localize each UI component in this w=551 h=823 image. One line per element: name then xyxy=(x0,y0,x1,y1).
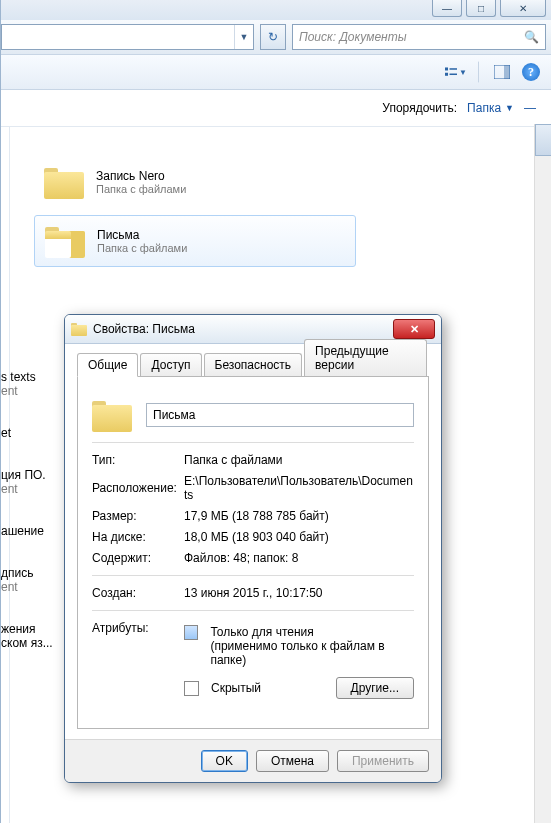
chevron-down-icon: ▼ xyxy=(505,103,514,113)
svg-rect-0 xyxy=(445,67,448,70)
window-titlebar: — □ ✕ xyxy=(1,0,551,20)
command-bar: Упорядочить: Папка ▼ — xyxy=(1,90,551,127)
size-on-disk-label: На диске: xyxy=(92,530,184,544)
svg-rect-5 xyxy=(504,65,510,79)
maximize-button[interactable]: □ xyxy=(466,0,496,17)
dialog-close-button[interactable]: ✕ xyxy=(393,319,435,339)
size-label: Размер: xyxy=(92,509,184,523)
folder-name-input[interactable] xyxy=(146,403,414,427)
cancel-button[interactable]: Отмена xyxy=(256,750,329,772)
minimize-button[interactable]: — xyxy=(432,0,462,17)
svg-rect-3 xyxy=(450,74,458,76)
search-icon: 🔍 xyxy=(524,30,539,44)
toolbar-separator xyxy=(478,61,480,83)
size-value: 17,9 МБ (18 788 785 байт) xyxy=(184,509,414,523)
hidden-label: Скрытый xyxy=(211,681,261,695)
item-type: Папка с файлами xyxy=(97,242,187,254)
preview-pane-button[interactable] xyxy=(490,60,514,84)
svg-rect-2 xyxy=(445,73,448,76)
readonly-checkbox[interactable] xyxy=(184,625,198,640)
folder-icon xyxy=(45,224,85,258)
name-row xyxy=(92,398,414,432)
created-value: 13 июня 2015 г., 10:17:50 xyxy=(184,586,414,600)
hidden-checkbox[interactable] xyxy=(184,681,199,696)
attributes-label: Атрибуты: xyxy=(92,621,184,635)
scrollbar-thumb[interactable] xyxy=(535,124,551,156)
location-value: E:\Пользователи\Пользователь\Documents xyxy=(184,474,414,502)
tab-panel-general: Тип:Папка с файлами Расположение:E:\Поль… xyxy=(77,377,429,729)
ok-button[interactable]: OK xyxy=(201,750,248,772)
dash-label: — xyxy=(524,101,536,115)
folder-item-selected[interactable]: Письма Папка с файлами xyxy=(34,215,356,267)
contains-value: Файлов: 48; папок: 8 xyxy=(184,551,414,565)
toolbar: ▼ ? xyxy=(1,55,551,90)
view-options-button[interactable]: ▼ xyxy=(444,60,468,84)
dialog-body: Общие Доступ Безопасность Предыдущие вер… xyxy=(65,344,441,739)
tab-previous-versions[interactable]: Предыдущие версии xyxy=(304,339,427,376)
divider xyxy=(92,442,414,443)
refresh-button[interactable]: ↻ xyxy=(260,24,286,50)
attributes-group: Только для чтения (применимо только к фа… xyxy=(184,621,414,703)
truncated-left-text: s texts ent et ция ПО. ent ашение дпись … xyxy=(1,370,53,650)
other-attributes-button[interactable]: Другие... xyxy=(336,677,414,699)
tab-security[interactable]: Безопасность xyxy=(204,353,303,376)
item-name: Письма xyxy=(97,228,187,242)
item-type: Папка с файлами xyxy=(96,183,186,195)
search-placeholder: Поиск: Документы xyxy=(299,30,407,44)
readonly-label: Только для чтения (применимо только к фа… xyxy=(210,625,414,667)
divider xyxy=(92,610,414,611)
dialog-title: Свойства: Письма xyxy=(93,322,195,336)
refresh-icon: ↻ xyxy=(268,30,278,44)
folder-item[interactable]: Запись Nero Папка с файлами xyxy=(34,157,354,207)
folder-menu[interactable]: Папка ▼ xyxy=(467,101,514,115)
folder-icon xyxy=(71,322,87,336)
svg-rect-1 xyxy=(450,68,458,70)
address-dropdown-icon[interactable]: ▼ xyxy=(234,25,253,49)
contains-label: Содержит: xyxy=(92,551,184,565)
type-value: Папка с файлами xyxy=(184,453,414,467)
created-label: Создан: xyxy=(92,586,184,600)
dialog-footer: OK Отмена Применить xyxy=(65,739,441,782)
close-button[interactable]: ✕ xyxy=(500,0,546,17)
tab-strip: Общие Доступ Безопасность Предыдущие вер… xyxy=(77,352,429,377)
properties-dialog: Свойства: Письма ✕ Общие Доступ Безопасн… xyxy=(64,314,442,783)
item-name: Запись Nero xyxy=(96,169,186,183)
address-bar[interactable]: ▼ xyxy=(1,24,254,50)
address-bar-row: ▼ ↻ Поиск: Документы 🔍 xyxy=(1,20,551,55)
folder-icon xyxy=(92,398,132,432)
type-label: Тип: xyxy=(92,453,184,467)
folder-icon xyxy=(44,165,84,199)
organize-label: Упорядочить: xyxy=(382,101,457,115)
apply-button[interactable]: Применить xyxy=(337,750,429,772)
tab-access[interactable]: Доступ xyxy=(140,353,201,376)
vertical-scrollbar[interactable] xyxy=(534,124,551,823)
divider xyxy=(92,575,414,576)
search-input[interactable]: Поиск: Документы 🔍 xyxy=(292,24,546,50)
location-label: Расположение: xyxy=(92,481,184,495)
help-button[interactable]: ? xyxy=(522,63,540,81)
tab-general[interactable]: Общие xyxy=(77,353,138,377)
size-on-disk-value: 18,0 МБ (18 903 040 байт) xyxy=(184,530,414,544)
explorer-window: — □ ✕ ▼ ↻ Поиск: Документы 🔍 ▼ ? Упорядо… xyxy=(0,0,551,823)
